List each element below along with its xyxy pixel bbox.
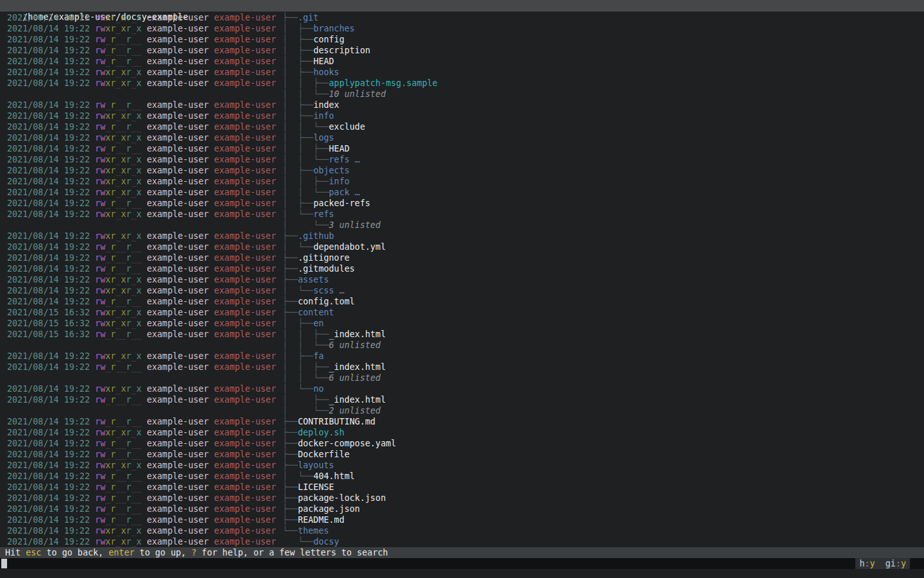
tree-item-name[interactable]: _index.html xyxy=(329,362,386,372)
tree-item-name[interactable]: refs xyxy=(313,209,334,219)
tree-row[interactable]: ├──assets xyxy=(282,274,924,285)
tree-row[interactable]: ├──LICENSE xyxy=(282,482,924,493)
tree-item-name[interactable]: package-lock.json xyxy=(298,493,386,503)
tree-item-name[interactable]: .git xyxy=(298,13,318,22)
tree-row[interactable]: │ │ └──6 unlisted xyxy=(282,372,924,383)
tree-row[interactable]: │ ├──objects xyxy=(282,165,924,176)
tree-row[interactable]: │ │ └──10 unlisted xyxy=(282,89,924,100)
tree-item-name[interactable]: 3 unlisted xyxy=(329,220,381,230)
tree-row[interactable]: │ └──scss … xyxy=(282,285,924,296)
tree-row[interactable]: └──docsy xyxy=(282,536,924,547)
tree-item-name[interactable]: docker-compose.yaml xyxy=(298,439,396,448)
tree-row[interactable]: │ ├──branches xyxy=(282,23,924,34)
tree-item-name[interactable]: applypatch-msg.sample xyxy=(329,78,438,88)
tree-row[interactable]: │ │ └──pack … xyxy=(282,187,924,198)
tree-item-name[interactable]: logs xyxy=(313,133,334,143)
tree-item-name[interactable]: pack xyxy=(329,188,350,197)
tree-row[interactable]: ├──content xyxy=(282,307,924,318)
tree-row[interactable]: │ ├──config xyxy=(282,34,924,45)
tree-row[interactable]: │ │ ├──_index.html xyxy=(282,329,924,340)
tree-item-name[interactable]: themes xyxy=(298,526,329,536)
tree-item-name[interactable]: config.toml xyxy=(298,297,355,306)
tree-item-name[interactable]: .github xyxy=(298,231,334,241)
tree-item-name[interactable]: layouts xyxy=(298,460,334,470)
tree-row[interactable]: │ └──dependabot.yml xyxy=(282,241,924,252)
tree-item-name[interactable]: package.json xyxy=(298,504,360,514)
tree-row[interactable]: ├──README.md xyxy=(282,514,924,525)
tree-item-name[interactable]: README.md xyxy=(298,515,345,525)
tree-item-name[interactable]: _index.html xyxy=(329,329,386,339)
tree-item-name[interactable]: HEAD xyxy=(313,57,334,66)
tree-row[interactable]: │ └──404.html xyxy=(282,471,924,482)
tree-row[interactable]: │ │ └──exclude xyxy=(282,121,924,132)
tree-row[interactable]: ├──Dockerfile xyxy=(282,449,924,460)
tree-row[interactable]: │ ├──hooks xyxy=(282,67,924,78)
tree-row[interactable]: │ ├──description xyxy=(282,45,924,56)
tree-item-name[interactable]: _index.html xyxy=(329,395,386,405)
tree-item-name[interactable]: LICENSE xyxy=(298,482,334,492)
search-input-line[interactable]: h:y gi:y xyxy=(0,558,924,569)
tree-item-name[interactable]: no xyxy=(313,384,323,394)
tree-row[interactable]: │ └──3 unlisted xyxy=(282,220,924,231)
tree-item-name[interactable]: refs xyxy=(329,155,350,164)
tree-row[interactable]: ├──.github xyxy=(282,231,924,241)
tree-item-name[interactable]: HEAD xyxy=(329,144,350,153)
tree-item-name[interactable]: info xyxy=(313,111,334,121)
tree-row[interactable]: │ ├──_index.html xyxy=(282,394,924,405)
tree-row[interactable]: │ │ └──refs … xyxy=(282,154,924,165)
tree-item-name[interactable]: content xyxy=(298,308,334,317)
tree-row[interactable]: ├──package-lock.json xyxy=(282,493,924,504)
tree-item-name[interactable]: 6 unlisted xyxy=(329,373,381,383)
tree-item-name[interactable]: fa xyxy=(313,351,323,361)
tree-item-name[interactable]: en xyxy=(313,319,323,328)
tree-item-name[interactable]: objects xyxy=(313,166,349,175)
tree-item-name[interactable]: .gitmodules xyxy=(298,264,355,274)
tree-row[interactable]: │ └──2 unlisted xyxy=(282,405,924,416)
tree-item-name[interactable]: description xyxy=(313,46,370,55)
tree-row[interactable]: │ │ ├──info xyxy=(282,176,924,187)
tree-row[interactable]: ├──CONTRIBUTING.md xyxy=(282,416,924,427)
tree-row[interactable]: │ ├──info xyxy=(282,110,924,121)
tree-item-name[interactable]: Dockerfile xyxy=(298,450,350,459)
tree-item-name[interactable]: 2 unlisted xyxy=(329,406,381,416)
tree-item-name[interactable]: assets xyxy=(298,275,329,285)
tree-item-name[interactable]: 404.html xyxy=(313,471,355,481)
tree-row[interactable]: │ ├──fa xyxy=(282,351,924,362)
tree-row[interactable]: │ │ └──6 unlisted xyxy=(282,340,924,351)
tree-row[interactable]: │ │ ├──HEAD xyxy=(282,143,924,154)
tree-item-name[interactable]: 10 unlisted xyxy=(329,89,386,99)
tree-row[interactable]: ├──docker-compose.yaml xyxy=(282,438,924,449)
tree-item-name[interactable]: .gitignore xyxy=(298,253,350,263)
tree-row[interactable]: └──themes xyxy=(282,525,924,536)
tree-row[interactable]: ├──.gitmodules xyxy=(282,263,924,274)
tree-row[interactable]: ├──config.toml xyxy=(282,296,924,307)
tree-row[interactable]: │ ├──en xyxy=(282,318,924,329)
tree-item-name[interactable]: packed-refs xyxy=(313,198,370,208)
tree-row[interactable]: │ └──no xyxy=(282,383,924,394)
tree-row[interactable]: │ ├──packed-refs xyxy=(282,198,924,209)
tree-row[interactable]: │ ├──index xyxy=(282,100,924,110)
tree-row[interactable]: ├──.gitignore xyxy=(282,252,924,263)
tree-item-name[interactable]: CONTRIBUTING.md xyxy=(298,417,375,426)
tree-item-name[interactable]: exclude xyxy=(329,122,365,132)
meta-permission-char: r xyxy=(95,177,100,186)
tree-item-name[interactable]: scss xyxy=(313,286,334,295)
tree-row[interactable]: │ │ ├──_index.html xyxy=(282,362,924,372)
tree-row[interactable]: │ └──refs xyxy=(282,209,924,220)
tree-item-name[interactable]: deploy.sh xyxy=(298,428,345,437)
tree-item-name[interactable]: index xyxy=(313,100,339,110)
tree-row[interactable]: ├──.git xyxy=(282,12,924,23)
tree-row[interactable]: │ │ ├──applypatch-msg.sample xyxy=(282,78,924,89)
tree-item-name[interactable]: hooks xyxy=(313,67,339,77)
tree-item-name[interactable]: docsy xyxy=(313,537,339,547)
tree-row[interactable]: ├──layouts xyxy=(282,460,924,471)
tree-row[interactable]: │ ├──HEAD xyxy=(282,56,924,67)
tree-row[interactable]: ├──package.json xyxy=(282,504,924,514)
tree-row[interactable]: │ ├──logs xyxy=(282,132,924,143)
tree-item-name[interactable]: config xyxy=(313,35,344,44)
tree-item-name[interactable]: info xyxy=(329,177,350,186)
tree-item-name[interactable]: branches xyxy=(313,24,355,33)
tree-item-name[interactable]: 6 unlisted xyxy=(329,340,381,350)
tree-item-name[interactable]: dependabot.yml xyxy=(313,242,386,252)
tree-row[interactable]: ├──deploy.sh xyxy=(282,427,924,438)
